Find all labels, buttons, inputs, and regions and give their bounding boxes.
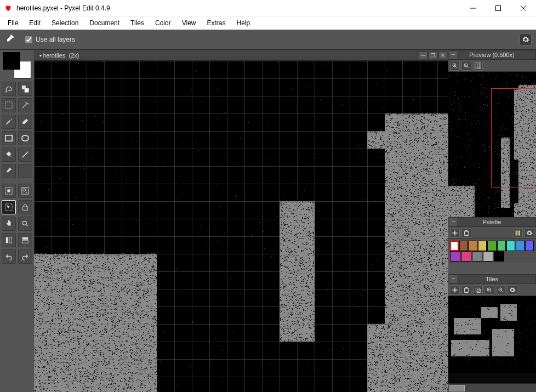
doc-maximize-button[interactable]: ❐ <box>429 52 437 59</box>
foreground-color[interactable] <box>3 52 20 70</box>
window-titlebar: herotiles.pyxel - Pyxel Edit 0.4.9 <box>0 0 536 16</box>
doc-minimize-button[interactable]: — <box>419 52 427 59</box>
document-name: herotiles <box>43 52 66 59</box>
menu-extras[interactable]: Extras <box>201 18 231 29</box>
zoom-out-icon-button[interactable] <box>461 61 471 71</box>
doc-close-button[interactable]: ✕ <box>438 52 447 59</box>
tile-select-icon[interactable] <box>18 184 32 198</box>
delete-icon-button[interactable] <box>461 285 471 295</box>
copy-icon-button[interactable] <box>473 285 483 295</box>
line-icon[interactable] <box>18 147 32 162</box>
svg-rect-14 <box>5 237 8 243</box>
delete-icon-button[interactable] <box>461 228 471 238</box>
tiles-collapse-button[interactable]: − <box>449 275 457 283</box>
palette-color[interactable] <box>472 251 482 262</box>
wand-icon[interactable] <box>18 98 32 112</box>
palette-color[interactable] <box>525 241 534 251</box>
svg-rect-0 <box>496 5 501 10</box>
scrollbar-thumb[interactable] <box>449 385 465 391</box>
menu-file[interactable]: File <box>2 18 24 29</box>
palette-color[interactable] <box>487 241 496 251</box>
svg-rect-24 <box>519 230 520 235</box>
svg-rect-23 <box>517 230 518 235</box>
zoom-in-icon-button[interactable] <box>450 61 460 71</box>
maximize-button[interactable] <box>486 0 511 16</box>
palette-color[interactable] <box>483 251 493 262</box>
add-icon-button[interactable] <box>450 228 460 238</box>
palette-collapse-button[interactable]: − <box>449 218 457 226</box>
palette-color[interactable] <box>461 251 471 262</box>
tool-empty <box>18 164 32 178</box>
preview-panel-header: − Preview (0.500x) <box>448 50 536 60</box>
svg-rect-26 <box>477 289 481 292</box>
flip-h-icon[interactable] <box>2 233 16 247</box>
flip-v-icon[interactable] <box>18 233 32 247</box>
svg-point-9 <box>22 189 25 191</box>
svg-point-10 <box>26 192 27 193</box>
palette-color[interactable] <box>506 241 515 251</box>
zoom-out-icon-button[interactable] <box>496 285 506 295</box>
palette-color[interactable] <box>497 241 506 251</box>
svg-rect-15 <box>9 237 11 243</box>
gear-icon-button[interactable] <box>524 228 534 238</box>
zoom-icon[interactable] <box>18 217 32 231</box>
document-tab-bar: • herotiles (2x) — ❐ ✕ <box>34 50 448 61</box>
minimize-button[interactable] <box>460 0 486 16</box>
svg-point-5 <box>21 135 28 141</box>
menu-selection[interactable]: Selection <box>46 18 84 29</box>
svg-rect-7 <box>7 189 10 192</box>
svg-rect-22 <box>516 230 517 235</box>
palette-color[interactable] <box>516 241 524 251</box>
marquee-icon[interactable] <box>2 98 16 112</box>
gear-icon-button[interactable] <box>508 285 517 295</box>
palette-color[interactable] <box>494 251 504 262</box>
tile-place-icon[interactable] <box>2 200 16 214</box>
bucket-icon[interactable] <box>2 147 16 162</box>
menu-tiles[interactable]: Tiles <box>125 18 150 29</box>
rainbow-icon-button[interactable] <box>513 228 523 238</box>
menu-color[interactable]: Color <box>150 18 176 29</box>
color-swatch[interactable] <box>3 52 31 78</box>
rect-icon[interactable] <box>2 131 16 145</box>
toolbox <box>0 50 34 392</box>
menu-document[interactable]: Document <box>84 18 125 29</box>
svg-point-13 <box>22 221 26 225</box>
canvas[interactable] <box>34 61 448 392</box>
svg-rect-3 <box>5 102 12 109</box>
menu-bar: FileEditSelectionDocumentTilesColorViewE… <box>0 16 536 30</box>
fill-swap-icon[interactable] <box>18 82 32 96</box>
eraser-icon[interactable] <box>18 115 32 129</box>
svg-rect-25 <box>476 288 479 291</box>
settings-button[interactable] <box>520 33 532 46</box>
eyedropper-icon[interactable] <box>2 164 16 178</box>
palette-color[interactable] <box>450 241 459 251</box>
ellipse-icon[interactable] <box>18 131 32 145</box>
menu-help[interactable]: Help <box>231 18 256 29</box>
zoom-in-icon-button[interactable] <box>484 285 494 295</box>
window-title: herotiles.pyxel - Pyxel Edit 0.4.9 <box>16 4 110 12</box>
tiles-canvas[interactable] <box>448 296 536 383</box>
grid-icon-button[interactable] <box>473 61 483 71</box>
palette-color[interactable] <box>469 241 477 251</box>
preview-canvas[interactable] <box>448 72 536 217</box>
tile-region-icon[interactable] <box>2 184 16 198</box>
use-all-layers-checkbox[interactable]: Use all layers <box>25 36 75 43</box>
preview-collapse-button[interactable]: − <box>449 51 457 59</box>
tile-lock-icon[interactable] <box>18 200 32 214</box>
pencil-icon[interactable] <box>2 115 16 129</box>
redo-icon[interactable] <box>18 249 32 264</box>
hand-icon[interactable] <box>2 217 16 231</box>
svg-rect-12 <box>22 207 27 210</box>
palette-color[interactable] <box>459 241 468 251</box>
menu-view[interactable]: View <box>176 18 202 29</box>
palette-color[interactable] <box>478 241 487 251</box>
menu-edit[interactable]: Edit <box>24 18 46 29</box>
tiles-scrollbar[interactable] <box>448 383 536 392</box>
palette-panel-header: − Palette <box>448 217 536 227</box>
close-button[interactable] <box>511 0 536 16</box>
palette-toolbar <box>448 227 536 239</box>
lasso-icon[interactable] <box>2 82 16 96</box>
add-icon-button[interactable] <box>450 285 460 295</box>
undo-icon[interactable] <box>2 249 16 264</box>
palette-color[interactable] <box>450 251 460 262</box>
